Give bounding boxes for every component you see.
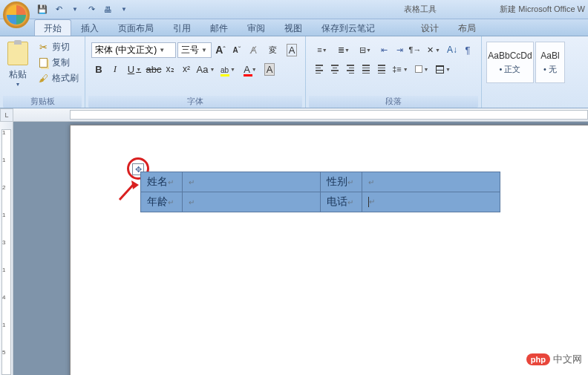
- qat-save-icon[interactable]: 💾: [36, 3, 49, 16]
- align-justify-button[interactable]: [359, 62, 373, 76]
- cell-text: 年龄: [147, 195, 168, 207]
- change-case-button[interactable]: Aa▼: [195, 62, 216, 76]
- cell-age-label[interactable]: 年龄↵: [141, 192, 183, 212]
- document-area[interactable]: ✥ 姓名↵ ↵ 性别↵ ↵ 年龄↵ ↵ 电话↵ ↵: [13, 122, 588, 375]
- font-size-value: 三号: [181, 44, 199, 56]
- shading-button[interactable]: ▼: [411, 62, 432, 76]
- line-spacing-button[interactable]: ‡≡▼: [390, 62, 411, 76]
- cut-label: 剪切: [52, 41, 70, 53]
- cell-age-value[interactable]: ↵: [183, 192, 321, 212]
- paste-icon: [7, 42, 28, 65]
- tab-page-layout[interactable]: 页面布局: [108, 19, 163, 36]
- align-distrib-button[interactable]: [374, 62, 389, 76]
- style-name: • 无: [543, 64, 557, 75]
- tab-mailings[interactable]: 邮件: [200, 19, 238, 36]
- indent-increase-button[interactable]: ⇥: [392, 42, 407, 57]
- style-no-spacing[interactable]: AaBl • 无: [535, 42, 565, 83]
- watermark-text: 中文网: [553, 353, 582, 366]
- group-paragraph: ≡▼ ≣▼ ⊟▼ ⇤ ⇥ ¶→ ✕▼ A↓ ¶ ‡≡▼ ▼ ▼ 段落: [306, 36, 482, 108]
- shrink-font-icon: A: [233, 46, 238, 54]
- bold-button[interactable]: B: [91, 62, 106, 76]
- sort-button[interactable]: A↓: [445, 42, 460, 57]
- align-justify-icon: [362, 65, 370, 74]
- cut-button[interactable]: ✂剪切: [36, 40, 80, 54]
- numbering-button[interactable]: ≣▼: [333, 42, 354, 57]
- tab-references[interactable]: 引用: [163, 19, 200, 36]
- cell-name-value[interactable]: ↵: [183, 172, 321, 192]
- qat-print-icon[interactable]: 🖶: [101, 3, 114, 16]
- borders-button[interactable]: ▼: [433, 62, 454, 76]
- copy-button[interactable]: 复制: [36, 56, 80, 70]
- vertical-ruler[interactable]: 11213141516: [0, 122, 13, 375]
- align-center-button[interactable]: [327, 62, 342, 76]
- qat-undo-drop-icon[interactable]: ▼: [68, 3, 82, 16]
- font-name-combo[interactable]: 宋体 (中文正文)▼: [91, 42, 176, 58]
- underline-button[interactable]: U▼: [124, 62, 145, 76]
- clear-format-button[interactable]: A̸: [246, 42, 261, 57]
- indent-increase-icon: ⇥: [396, 45, 403, 55]
- qat-undo-icon[interactable]: ↶: [52, 3, 65, 16]
- horizontal-ruler[interactable]: [13, 108, 588, 122]
- style-normal[interactable]: AaBbCcDd • 正文: [486, 42, 534, 83]
- shrink-font-button[interactable]: Aˇ: [229, 42, 244, 57]
- tab-home[interactable]: 开始: [34, 19, 71, 36]
- font-size-combo[interactable]: 三号▼: [177, 42, 212, 58]
- highlight-icon: ab: [220, 66, 229, 74]
- format-painter-button[interactable]: 🖌格式刷: [36, 71, 80, 85]
- align-right-button[interactable]: [343, 62, 358, 76]
- cell-gender-label[interactable]: 性别↵: [321, 172, 362, 192]
- superscript-button[interactable]: x²: [179, 62, 194, 76]
- paste-button[interactable]: 粘贴 ▾: [3, 39, 33, 96]
- group-clipboard: 粘贴 ▾ ✂剪切 复制 🖌格式刷 剪贴板: [0, 36, 85, 108]
- brush-icon: 🖌: [37, 73, 49, 85]
- tab-table-layout[interactable]: 布局: [448, 19, 486, 36]
- table-row[interactable]: 姓名↵ ↵ 性别↵ ↵: [141, 172, 500, 192]
- cell-gender-value[interactable]: ↵: [362, 172, 500, 192]
- tab-insert[interactable]: 插入: [71, 19, 108, 36]
- svg-marker-1: [131, 180, 139, 189]
- subscript-button[interactable]: x₂: [163, 62, 177, 76]
- cell-phone-value[interactable]: ↵: [362, 192, 500, 212]
- align-left-button[interactable]: [312, 62, 327, 76]
- cell-phone-label[interactable]: 电话↵: [321, 192, 362, 212]
- v-ruler-ticks: 11213141516: [2, 129, 5, 375]
- italic-button[interactable]: I: [108, 62, 122, 76]
- copy-label: 复制: [52, 56, 70, 69]
- multilevel-button[interactable]: ⊟▼: [355, 42, 376, 57]
- strike-button[interactable]: abc: [146, 62, 161, 76]
- ruler-corner[interactable]: L: [0, 108, 13, 122]
- bullets-icon: ≡: [317, 45, 320, 54]
- ltr-button[interactable]: ¶→: [408, 42, 422, 57]
- tab-review[interactable]: 审阅: [238, 19, 275, 36]
- document-table[interactable]: 姓名↵ ↵ 性别↵ ↵ 年龄↵ ↵ 电话↵ ↵: [140, 172, 500, 212]
- bullets-button[interactable]: ≡▼: [312, 42, 333, 57]
- font-color-button[interactable]: A▼: [240, 62, 261, 76]
- asian-layout-button[interactable]: ✕▼: [423, 42, 444, 57]
- indent-decrease-icon: ⇤: [381, 45, 388, 55]
- table-row[interactable]: 年龄↵ ↵ 电话↵ ↵: [141, 192, 500, 212]
- cell-text: 姓名: [147, 175, 168, 187]
- tab-view[interactable]: 视图: [275, 19, 312, 36]
- qat-redo-icon[interactable]: ↷: [85, 3, 98, 16]
- char-border-button[interactable]: A: [284, 42, 299, 57]
- tab-cloud-save[interactable]: 保存到云笔记: [312, 19, 385, 36]
- chevron-down-icon: ▼: [322, 48, 327, 53]
- highlight-button[interactable]: ab▼: [218, 62, 238, 76]
- office-button[interactable]: [3, 1, 30, 28]
- clear-format-icon: A̸: [250, 45, 257, 56]
- paste-drop-icon[interactable]: ▾: [16, 81, 19, 88]
- cell-name-label[interactable]: 姓名↵: [141, 172, 183, 192]
- cell-text: 电话: [327, 195, 347, 207]
- tab-table-design[interactable]: 设计: [411, 19, 448, 36]
- chevron-down-icon: ▼: [159, 47, 165, 53]
- qat-customize-drop-icon[interactable]: ▼: [117, 3, 131, 16]
- char-shading-button[interactable]: A: [262, 62, 277, 76]
- indent-decrease-button[interactable]: ⇤: [376, 42, 391, 57]
- show-marks-button[interactable]: ¶: [460, 42, 475, 57]
- pinyin-guide-button[interactable]: 変: [262, 42, 283, 57]
- chevron-down-icon: ▼: [209, 67, 215, 72]
- ltr-icon: ¶→: [409, 45, 422, 54]
- font-color-icon: A: [244, 64, 250, 75]
- page[interactable]: ✥ 姓名↵ ↵ 性别↵ ↵ 年龄↵ ↵ 电话↵ ↵: [70, 125, 588, 375]
- grow-font-button[interactable]: Aˆ: [213, 42, 228, 57]
